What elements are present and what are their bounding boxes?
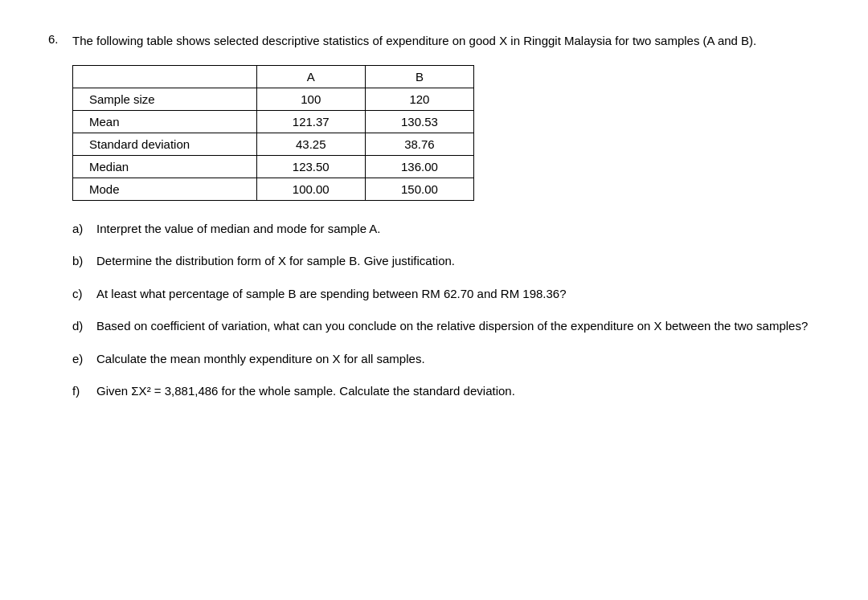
sub-label: f) (72, 382, 90, 401)
sub-text: Interpret the value of median and mode f… (96, 220, 820, 239)
sub-question-a: a) Interpret the value of median and mod… (72, 220, 820, 239)
header-a: A (256, 65, 365, 88)
row-val-b: 120 (365, 88, 473, 110)
question-block: 6. The following table shows selected de… (48, 32, 820, 415)
sub-question-e: e) Calculate the mean monthly expenditur… (72, 350, 820, 369)
header-b: B (365, 65, 473, 88)
row-val-b: 130.53 (365, 110, 473, 133)
row-val-a: 100 (256, 88, 365, 110)
row-label: Sample size (73, 88, 257, 110)
table-row: Median 123.50 136.00 (73, 155, 474, 178)
sub-text: Calculate the mean monthly expenditure o… (96, 350, 820, 369)
header-label-col (73, 65, 257, 88)
sub-question-d: d) Based on coefficient of variation, wh… (72, 317, 820, 336)
sub-text: Based on coefficient of variation, what … (96, 317, 820, 336)
sub-questions: a) Interpret the value of median and mod… (72, 220, 820, 401)
table-row: Standard deviation 43.25 38.76 (73, 133, 474, 155)
row-val-a: 43.25 (256, 133, 365, 155)
row-val-b: 136.00 (365, 155, 473, 178)
table-row: Mode 100.00 150.00 (73, 178, 474, 200)
row-label: Median (73, 155, 257, 178)
question-number: 6. (48, 32, 64, 415)
row-val-a: 100.00 (256, 178, 365, 200)
sub-question-b: b) Determine the distribution form of X … (72, 252, 820, 271)
sub-label: a) (72, 220, 90, 239)
sub-label: b) (72, 252, 90, 271)
sub-label: c) (72, 285, 90, 304)
row-val-b: 38.76 (365, 133, 473, 155)
row-label: Standard deviation (73, 133, 257, 155)
question-content: The following table shows selected descr… (72, 32, 820, 415)
table-row: Mean 121.37 130.53 (73, 110, 474, 133)
row-val-b: 150.00 (365, 178, 473, 200)
sub-text: Determine the distribution form of X for… (96, 252, 820, 271)
table-header-row: A B (73, 65, 474, 88)
sub-question-f: f) Given ΣX² = 3,881,486 for the whole s… (72, 382, 820, 401)
sub-label: d) (72, 317, 90, 336)
sub-label: e) (72, 350, 90, 369)
sub-text: Given ΣX² = 3,881,486 for the whole samp… (96, 382, 820, 401)
sub-text: At least what percentage of sample B are… (96, 285, 820, 304)
table-row: Sample size 100 120 (73, 88, 474, 110)
row-label: Mode (73, 178, 257, 200)
sub-question-c: c) At least what percentage of sample B … (72, 285, 820, 304)
question-intro: The following table shows selected descr… (72, 32, 820, 51)
row-label: Mean (73, 110, 257, 133)
row-val-a: 121.37 (256, 110, 365, 133)
row-val-a: 123.50 (256, 155, 365, 178)
statistics-table: A B Sample size 100 120 Mean 121.37 130.… (72, 65, 474, 201)
